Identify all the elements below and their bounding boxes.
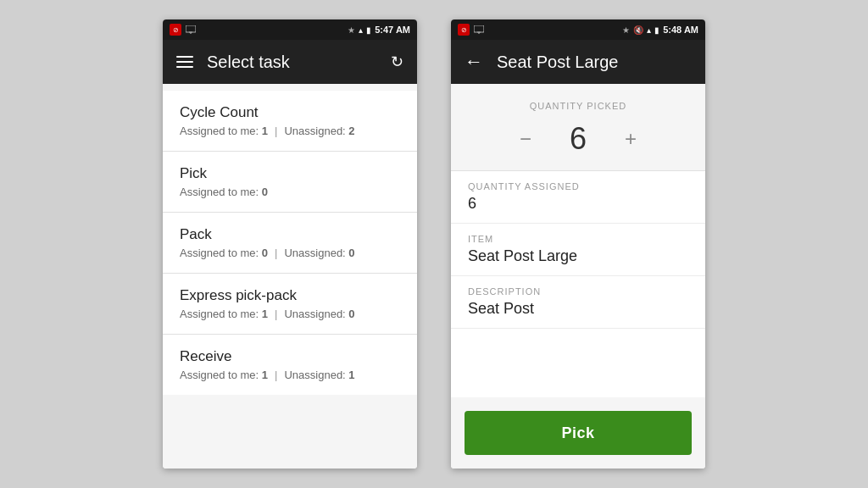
battery-icon-2: ▮ <box>654 25 659 35</box>
phone-select-task: ★ ▴ ▮ 5:47 AM Select task ↻ Cycle Count … <box>163 19 417 469</box>
task-unassigned-pack: Unassigned: 0 <box>284 247 354 259</box>
app-bar-1: Select task ↻ <box>163 40 417 84</box>
screen-icon-2 <box>473 24 485 36</box>
quantity-value: 6 <box>561 121 595 157</box>
refresh-icon[interactable]: ↻ <box>391 53 403 71</box>
status-bar-right-icons-2: ★ 🔇 ▴ ▮ 5:48 AM <box>622 25 698 35</box>
wifi-icon-1: ▴ <box>359 25 363 35</box>
status-bar-right-icons-1: ★ ▴ ▮ 5:47 AM <box>348 25 410 35</box>
task-assigned-cycle-count: Assigned to me: 1 <box>180 125 268 137</box>
status-bar-1: ★ ▴ ▮ 5:47 AM <box>163 19 417 40</box>
task-meta-pick: Assigned to me: 0 <box>180 186 400 198</box>
task-meta-receive: Assigned to me: 1 | Unassigned: 1 <box>180 369 400 381</box>
task-unassigned-express: Unassigned: 0 <box>284 308 354 320</box>
field-description-value: Seat Post <box>468 300 688 318</box>
pick-button-container: Pick <box>451 397 705 469</box>
task-item-cycle-count[interactable]: Cycle Count Assigned to me: 1 | Unassign… <box>163 91 417 152</box>
status-bar-2: ★ 🔇 ▴ ▮ 5:48 AM <box>451 19 705 40</box>
quantity-control: − 6 + <box>510 121 646 157</box>
bluetooth-icon-1: ★ <box>348 25 355 35</box>
back-icon[interactable]: ← <box>465 51 483 73</box>
field-quantity-assigned-value: 6 <box>468 195 688 213</box>
task-name-pick: Pick <box>180 165 400 182</box>
field-description-label: DESCRIPTION <box>468 286 688 297</box>
task-meta-pack: Assigned to me: 0 | Unassigned: 0 <box>180 247 400 259</box>
task-item-pick[interactable]: Pick Assigned to me: 0 <box>163 152 417 213</box>
quantity-picked-label: QUANTITY PICKED <box>530 101 626 111</box>
task-unassigned-receive: Unassigned: 1 <box>284 369 354 381</box>
separator-4: | <box>275 369 277 381</box>
task-assigned-receive: Assigned to me: 1 <box>180 369 268 381</box>
task-item-express[interactable]: Express pick-pack Assigned to me: 1 | Un… <box>163 274 417 335</box>
mute-icon-2: 🔇 <box>633 25 643 35</box>
field-description: DESCRIPTION Seat Post <box>451 276 705 329</box>
notification-icon-1 <box>170 24 181 36</box>
field-quantity-assigned-label: QUANTITY ASSIGNED <box>468 181 688 191</box>
task-item-pack[interactable]: Pack Assigned to me: 0 | Unassigned: 0 <box>163 213 417 274</box>
task-item-receive[interactable]: Receive Assigned to me: 1 | Unassigned: … <box>163 335 417 395</box>
detail-fields: QUANTITY ASSIGNED 6 ITEM Seat Post Large… <box>451 171 705 397</box>
task-list: Cycle Count Assigned to me: 1 | Unassign… <box>163 84 417 469</box>
svg-rect-3 <box>474 25 484 32</box>
time-1: 5:47 AM <box>375 25 410 35</box>
pick-button[interactable]: Pick <box>465 411 692 455</box>
task-name-express: Express pick-pack <box>180 287 400 304</box>
app-bar-2: ← Seat Post Large <box>451 40 705 84</box>
task-assigned-express: Assigned to me: 1 <box>180 308 268 320</box>
separator-3: | <box>275 308 277 320</box>
notification-icon-2 <box>458 24 470 36</box>
increment-button[interactable]: + <box>615 124 646 154</box>
task-name-receive: Receive <box>180 348 400 365</box>
field-quantity-assigned: QUANTITY ASSIGNED 6 <box>451 171 705 224</box>
screen-icon-1 <box>185 24 197 36</box>
task-name-cycle-count: Cycle Count <box>180 104 400 121</box>
wifi-icon-2: ▴ <box>647 25 651 35</box>
field-item-value: Seat Post Large <box>468 247 688 265</box>
app-bar-title-2: Seat Post Large <box>497 53 692 72</box>
separator-1: | <box>275 125 277 137</box>
task-meta-cycle-count: Assigned to me: 1 | Unassigned: 2 <box>180 125 400 137</box>
task-unassigned-cycle-count: Unassigned: 2 <box>284 125 354 137</box>
task-assigned-pick: Assigned to me: 0 <box>180 186 268 198</box>
bluetooth-icon-2: ★ <box>622 25 630 35</box>
task-name-pack: Pack <box>180 226 400 243</box>
field-item: ITEM Seat Post Large <box>451 224 705 276</box>
app-bar-title-1: Select task <box>207 53 377 72</box>
status-bar-left-icons-2 <box>458 24 485 36</box>
field-item-label: ITEM <box>468 234 688 244</box>
detail-content: QUANTITY PICKED − 6 + QUANTITY ASSIGNED … <box>451 84 705 469</box>
svg-rect-0 <box>186 25 196 32</box>
task-meta-express: Assigned to me: 1 | Unassigned: 0 <box>180 308 400 320</box>
separator-2: | <box>275 247 277 259</box>
time-2: 5:48 AM <box>663 25 698 35</box>
battery-icon-1: ▮ <box>366 25 371 35</box>
status-bar-left-icons-1 <box>170 24 197 36</box>
decrement-button[interactable]: − <box>510 124 541 154</box>
menu-icon[interactable] <box>176 56 193 68</box>
task-assigned-pack: Assigned to me: 0 <box>180 247 268 259</box>
quantity-picked-section: QUANTITY PICKED − 6 + <box>451 84 705 171</box>
phone-detail: ★ 🔇 ▴ ▮ 5:48 AM ← Seat Post Large QUANTI… <box>451 19 705 469</box>
